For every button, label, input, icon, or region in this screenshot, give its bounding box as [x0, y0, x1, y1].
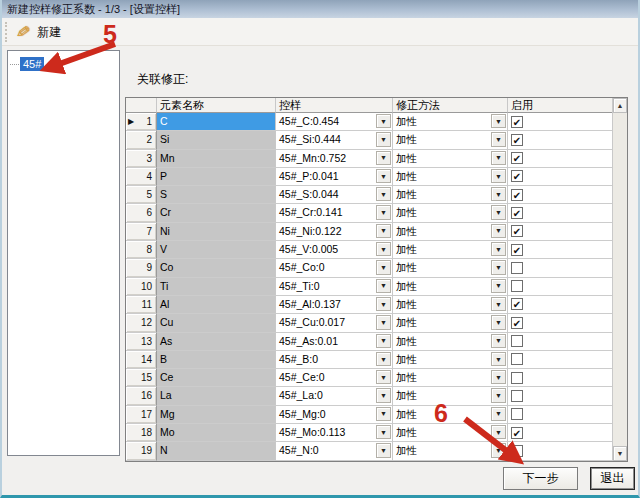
row-header-cell[interactable]: 2	[126, 131, 157, 149]
enable-checkbox[interactable]: ✔	[511, 317, 523, 329]
correction-method-combobox[interactable]: 加性▼	[393, 424, 508, 442]
dropdown-arrow-icon[interactable]: ▼	[376, 187, 391, 201]
dropdown-arrow-icon[interactable]: ▼	[376, 151, 391, 165]
correction-method-combobox[interactable]: 加性▼	[393, 351, 508, 369]
correction-method-combobox[interactable]: 加性▼	[393, 113, 508, 131]
enable-checkbox[interactable]: ✔	[511, 116, 523, 128]
correction-method-combobox[interactable]: 加性▼	[393, 204, 508, 222]
dropdown-arrow-icon[interactable]: ▼	[376, 205, 391, 219]
enable-cell[interactable]: ✔	[508, 204, 612, 222]
enable-checkbox[interactable]: ✔	[511, 207, 523, 219]
dropdown-arrow-icon[interactable]: ▼	[376, 315, 391, 329]
element-name-cell[interactable]: As	[157, 333, 276, 351]
dropdown-arrow-icon[interactable]: ▼	[491, 151, 506, 165]
correction-method-combobox[interactable]: 加性▼	[393, 241, 508, 259]
element-name-cell[interactable]: Ce	[157, 369, 276, 387]
dropdown-arrow-icon[interactable]: ▼	[491, 114, 506, 128]
correction-method-combobox[interactable]: 加性▼	[393, 131, 508, 149]
scroll-down-icon[interactable]: ▼	[613, 446, 627, 461]
dropdown-arrow-icon[interactable]: ▼	[376, 224, 391, 238]
correction-method-combobox[interactable]: 加性▼	[393, 150, 508, 168]
enable-cell[interactable]	[508, 442, 612, 460]
element-name-cell[interactable]: S	[157, 186, 276, 204]
vertical-scrollbar[interactable]: ▲ ▼	[612, 98, 627, 461]
dropdown-arrow-icon[interactable]: ▼	[491, 187, 506, 201]
row-header-cell[interactable]: 15	[126, 369, 157, 387]
dropdown-arrow-icon[interactable]: ▼	[376, 370, 391, 384]
correction-method-combobox[interactable]: 加性▼	[393, 186, 508, 204]
row-header-cell[interactable]: 17	[126, 406, 157, 424]
dropdown-arrow-icon[interactable]: ▼	[491, 315, 506, 329]
enable-checkbox[interactable]: ✔	[511, 298, 523, 310]
enable-cell[interactable]: ✔	[508, 150, 612, 168]
control-sample-combobox[interactable]: 45#_Mo:0.113▼	[276, 424, 393, 442]
row-header-cell[interactable]: 10	[126, 278, 157, 296]
enable-checkbox[interactable]: ✔	[511, 170, 523, 182]
enable-checkbox[interactable]: ✔	[511, 189, 523, 201]
enable-cell[interactable]: ✔	[508, 296, 612, 314]
correction-method-combobox[interactable]: 加性▼	[393, 223, 508, 241]
dropdown-arrow-icon[interactable]: ▼	[491, 334, 506, 348]
control-sample-combobox[interactable]: 45#_B:0▼	[276, 351, 393, 369]
row-header-cell[interactable]: 11	[126, 296, 157, 314]
control-sample-combobox[interactable]: 45#_P:0.041▼	[276, 168, 393, 186]
row-header-cell[interactable]: 12	[126, 314, 157, 332]
control-sample-combobox[interactable]: 45#_Ti:0▼	[276, 278, 393, 296]
dropdown-arrow-icon[interactable]: ▼	[491, 224, 506, 238]
header-correction-method[interactable]: 修正方法	[393, 98, 508, 113]
control-sample-combobox[interactable]: 45#_Cu:0.017▼	[276, 314, 393, 332]
row-header-cell[interactable]: 19	[126, 442, 157, 460]
element-name-cell[interactable]: N	[157, 442, 276, 460]
enable-cell[interactable]	[508, 406, 612, 424]
header-control-sample[interactable]: 控样	[276, 98, 393, 113]
enable-cell[interactable]: ✔	[508, 131, 612, 149]
dropdown-arrow-icon[interactable]: ▼	[491, 242, 506, 256]
tree-item-45[interactable]: 45#	[10, 57, 119, 71]
new-button[interactable]: ✎ 新建	[11, 20, 66, 44]
header-enable[interactable]: 启用	[508, 98, 612, 113]
element-name-cell[interactable]: V	[157, 241, 276, 259]
row-header-cell[interactable]: 1▶	[126, 113, 157, 131]
correction-method-combobox[interactable]: 加性▼	[393, 406, 508, 424]
control-sample-combobox[interactable]: 45#_Mg:0▼	[276, 406, 393, 424]
enable-checkbox[interactable]	[511, 390, 523, 402]
element-name-cell[interactable]: Cu	[157, 314, 276, 332]
correction-method-combobox[interactable]: 加性▼	[393, 296, 508, 314]
control-sample-combobox[interactable]: 45#_Mn:0.752▼	[276, 150, 393, 168]
dropdown-arrow-icon[interactable]: ▼	[376, 334, 391, 348]
element-name-cell[interactable]: La	[157, 387, 276, 405]
row-header-cell[interactable]: 13	[126, 333, 157, 351]
enable-checkbox[interactable]: ✔	[511, 134, 523, 146]
enable-cell[interactable]: ✔	[508, 241, 612, 259]
row-header-cell[interactable]: 4	[126, 168, 157, 186]
dropdown-arrow-icon[interactable]: ▼	[491, 205, 506, 219]
enable-checkbox[interactable]: ✔	[511, 244, 523, 256]
control-sample-combobox[interactable]: 45#_S:0.044▼	[276, 186, 393, 204]
dropdown-arrow-icon[interactable]: ▼	[491, 169, 506, 183]
row-header-cell[interactable]: 18	[126, 424, 157, 442]
dropdown-arrow-icon[interactable]: ▼	[491, 352, 506, 366]
dropdown-arrow-icon[interactable]: ▼	[491, 260, 506, 274]
scroll-up-icon[interactable]: ▲	[613, 98, 627, 113]
dropdown-arrow-icon[interactable]: ▼	[376, 132, 391, 146]
enable-checkbox[interactable]	[511, 353, 523, 365]
dropdown-arrow-icon[interactable]: ▼	[376, 169, 391, 183]
enable-checkbox[interactable]: ✔	[511, 152, 523, 164]
correction-method-combobox[interactable]: 加性▼	[393, 333, 508, 351]
dropdown-arrow-icon[interactable]: ▼	[376, 279, 391, 293]
row-header-cell[interactable]: 9	[126, 259, 157, 277]
element-name-cell[interactable]: Co	[157, 259, 276, 277]
enable-checkbox[interactable]	[511, 445, 523, 457]
element-name-cell[interactable]: P	[157, 168, 276, 186]
correction-method-combobox[interactable]: 加性▼	[393, 387, 508, 405]
control-sample-combobox[interactable]: 45#_N:0▼	[276, 442, 393, 460]
enable-cell[interactable]	[508, 333, 612, 351]
correction-method-combobox[interactable]: 加性▼	[393, 278, 508, 296]
dropdown-arrow-icon[interactable]: ▼	[376, 388, 391, 402]
enable-cell[interactable]	[508, 387, 612, 405]
element-name-cell[interactable]: Mn	[157, 150, 276, 168]
dropdown-arrow-icon[interactable]: ▼	[376, 425, 391, 439]
dropdown-arrow-icon[interactable]: ▼	[491, 297, 506, 311]
dropdown-arrow-icon[interactable]: ▼	[491, 370, 506, 384]
control-sample-combobox[interactable]: 45#_Al:0.137▼	[276, 296, 393, 314]
